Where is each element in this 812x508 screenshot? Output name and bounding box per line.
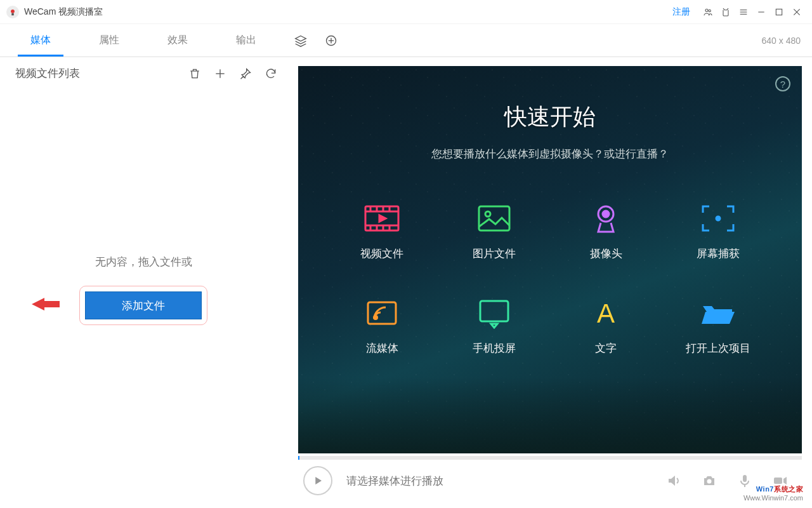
- resolution-label: 640 x 480: [762, 36, 806, 46]
- quickstart-video-file[interactable]: 视频文件: [332, 202, 432, 261]
- quickstart-label: 手机投屏: [473, 341, 516, 356]
- svg-point-3: [709, 10, 710, 11]
- register-link[interactable]: 注册: [672, 6, 690, 18]
- delete-icon[interactable]: [188, 67, 202, 81]
- add-circle-icon[interactable]: [324, 33, 339, 48]
- quickstart-label: 打开上次项目: [686, 341, 750, 356]
- quickstart-label: 文字: [595, 341, 617, 356]
- quickstart-image-file[interactable]: 图片文件: [445, 202, 544, 261]
- play-bar: 请选择媒体进行播放: [298, 460, 802, 502]
- quickstart-title: 快速开始: [298, 66, 802, 133]
- quickstart-label: 屏幕捕获: [697, 246, 740, 261]
- quickstart-phone-cast[interactable]: 手机投屏: [445, 297, 544, 356]
- add-file-highlight: 添加文件: [79, 286, 207, 325]
- quickstart-label: 视频文件: [360, 246, 403, 261]
- quickstart-label: 流媒体: [366, 341, 398, 356]
- help-icon[interactable]: ?: [775, 76, 790, 91]
- add-icon[interactable]: [213, 67, 227, 81]
- layers-icon[interactable]: [293, 33, 308, 48]
- text-icon: A: [583, 297, 629, 330]
- play-hint: 请选择媒体进行播放: [346, 474, 665, 488]
- svg-rect-1: [11, 13, 14, 15]
- media-sidebar: 视频文件列表 无内容，拖入文件或 添加文件: [0, 57, 298, 508]
- quickstart-camera[interactable]: 摄像头: [556, 202, 656, 261]
- tab-output[interactable]: 输出: [212, 24, 280, 57]
- volume-icon[interactable]: [665, 472, 683, 490]
- quickstart-label: 摄像头: [590, 246, 622, 261]
- theme-icon[interactable]: [717, 3, 735, 21]
- empty-state-text: 无内容，拖入文件或: [95, 255, 192, 269]
- svg-marker-17: [32, 298, 60, 311]
- svg-point-33: [603, 211, 609, 217]
- svg-marker-38: [491, 324, 497, 328]
- quickstart-stream[interactable]: 流媒体: [332, 297, 432, 356]
- record-icon[interactable]: [771, 472, 789, 490]
- microphone-icon[interactable]: [736, 472, 754, 490]
- camera-icon: [583, 202, 629, 235]
- svg-rect-35: [368, 302, 396, 324]
- svg-marker-45: [783, 477, 787, 485]
- quickstart-subtitle: 您想要播放什么媒体到虚拟摄像头？或进行直播？: [298, 147, 802, 161]
- pointer-arrow-icon: [32, 297, 60, 314]
- sidebar-title: 视频文件列表: [15, 66, 188, 81]
- phone-cast-icon: [471, 297, 517, 330]
- main-tabs: 媒体 属性 效果 输出: [6, 24, 280, 57]
- quickstart-label: 图片文件: [473, 246, 516, 261]
- app-title: WeCam 视频演播室: [24, 6, 103, 18]
- svg-rect-8: [776, 9, 782, 15]
- users-icon[interactable]: [699, 3, 717, 21]
- quickstart-text[interactable]: A 文字: [556, 297, 656, 356]
- folder-open-icon: [695, 297, 741, 330]
- svg-rect-42: [743, 475, 747, 482]
- svg-point-0: [11, 9, 15, 13]
- snapshot-icon[interactable]: [700, 472, 718, 490]
- timeline-scrubber[interactable]: [298, 456, 802, 460]
- svg-marker-40: [315, 477, 322, 485]
- menu-icon[interactable]: [735, 3, 752, 21]
- maximize-button[interactable]: [770, 3, 788, 21]
- svg-rect-44: [774, 478, 782, 484]
- quickstart-screen-capture[interactable]: 屏幕捕获: [669, 202, 768, 261]
- quickstart-open-last[interactable]: 打开上次项目: [669, 297, 768, 356]
- minimize-button[interactable]: [752, 3, 770, 21]
- play-button[interactable]: [303, 466, 332, 495]
- tab-properties[interactable]: 属性: [75, 24, 143, 57]
- svg-point-31: [485, 211, 490, 217]
- svg-point-2: [705, 9, 708, 11]
- tab-media[interactable]: 媒体: [6, 24, 75, 57]
- title-bar: WeCam 视频演播室 注册: [0, 0, 812, 24]
- svg-rect-30: [479, 206, 509, 231]
- pin-icon[interactable]: [239, 67, 252, 81]
- svg-point-41: [707, 479, 712, 484]
- svg-text:A: A: [597, 298, 615, 328]
- app-logo: [6, 6, 19, 18]
- screen-capture-icon: [695, 202, 741, 235]
- stream-icon: [359, 297, 405, 330]
- svg-marker-11: [296, 36, 306, 41]
- video-preview: ? 快速开始 您想要播放什么媒体到虚拟摄像头？或进行直播？ 视频文件 图片文件 …: [298, 66, 802, 453]
- main-toolbar: 媒体 属性 效果 输出 640 x 480: [0, 24, 812, 57]
- tab-effects[interactable]: 效果: [143, 24, 212, 57]
- svg-marker-29: [379, 215, 386, 222]
- svg-point-34: [716, 217, 720, 220]
- svg-point-36: [374, 316, 377, 319]
- add-file-button[interactable]: 添加文件: [85, 291, 202, 319]
- svg-rect-37: [480, 301, 508, 321]
- refresh-icon[interactable]: [264, 67, 278, 81]
- image-file-icon: [471, 202, 517, 235]
- video-file-icon: [359, 202, 405, 235]
- preview-area: ? 快速开始 您想要播放什么媒体到虚拟摄像头？或进行直播？ 视频文件 图片文件 …: [298, 57, 812, 508]
- close-button[interactable]: [788, 3, 806, 21]
